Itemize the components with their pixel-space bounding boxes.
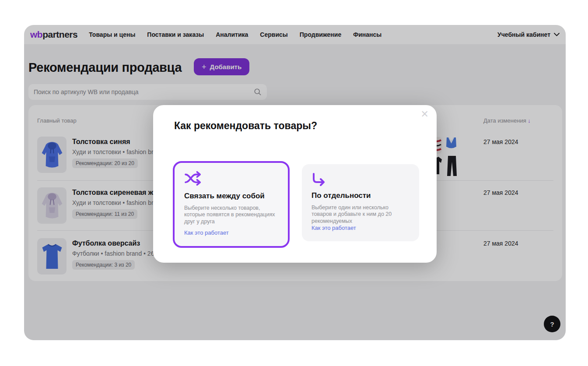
option-description: Выберите один или несколько товаров и до… <box>312 204 408 225</box>
shuffle-icon <box>184 171 203 186</box>
modal-title: Как рекомендовать товары? <box>174 120 317 132</box>
option-description: Выберите несколько товаров, которые появ… <box>184 205 280 225</box>
option-link-together[interactable]: Связать между собой Выберите несколько т… <box>173 161 290 248</box>
close-icon[interactable]: ✕ <box>421 109 429 120</box>
screen: wbpartners Товары и цены Поставки и зака… <box>0 0 588 366</box>
how-it-works-link[interactable]: Как это работает <box>312 225 356 231</box>
option-title: Связать между собой <box>184 192 265 201</box>
branch-arrow-icon <box>312 173 326 186</box>
option-individually[interactable]: По отдельности Выберите один или несколь… <box>302 164 419 241</box>
how-it-works-link[interactable]: Как это работает <box>184 229 229 236</box>
option-title: По отдельности <box>312 191 371 200</box>
how-to-recommend-modal: ✕ Как рекомендовать товары? Связать межд… <box>153 105 437 263</box>
